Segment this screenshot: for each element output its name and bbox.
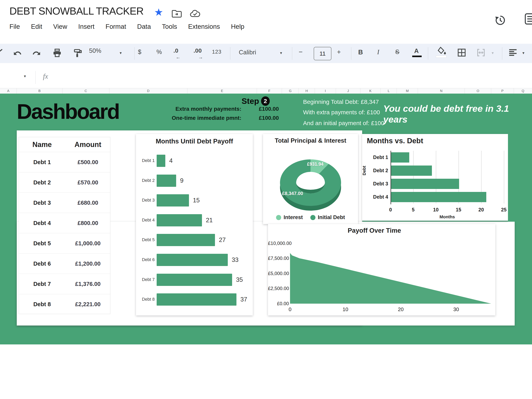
col-header-n[interactable]: N — [418, 88, 465, 94]
col-header-l[interactable]: L — [381, 88, 397, 94]
x-tick: 25 — [500, 207, 508, 213]
col-header-c[interactable]: C — [63, 88, 109, 94]
col-header-b[interactable]: B — [17, 88, 63, 94]
one-time-payment-value[interactable]: £100.00 — [247, 115, 279, 121]
table-row[interactable]: Debt 1 £500.00 — [19, 152, 111, 172]
col-header-i[interactable]: I — [315, 88, 336, 94]
col-header-k[interactable]: K — [360, 88, 381, 94]
menu-insert[interactable]: Insert — [78, 23, 95, 30]
text-color-button[interactable]: A — [414, 47, 419, 55]
col-header-m[interactable]: M — [397, 88, 418, 94]
menu-data[interactable]: Data — [137, 23, 151, 30]
step-label: Step — [241, 96, 259, 106]
y-tick: £7,500.00 — [268, 256, 289, 261]
bar — [157, 254, 228, 266]
align-caret-icon[interactable]: ▼ — [522, 51, 525, 55]
formula-input[interactable] — [53, 70, 526, 85]
zoom-value: 50% — [89, 47, 101, 54]
chart-months-vs-debt[interactable]: Months vs. Debt Debt 1 Debt 2 Debt 3 Deb… — [362, 134, 508, 221]
bar-value: 15 — [193, 197, 200, 204]
menu-format[interactable]: Format — [106, 23, 126, 30]
bar — [157, 234, 215, 246]
zoom-caret-icon[interactable]: ▼ — [119, 51, 122, 55]
x-tick: 10 — [432, 207, 440, 213]
col-header-o[interactable]: O — [465, 88, 491, 94]
italic-button[interactable]: I — [377, 49, 379, 56]
print-icon[interactable] — [52, 48, 62, 58]
extra-monthly-payments-value[interactable]: £100.00 — [247, 106, 279, 112]
menu-view[interactable]: View — [53, 23, 67, 30]
toolbar-overflow-icon[interactable] — [0, 49, 3, 53]
col-header-j[interactable]: J — [336, 88, 360, 94]
chart-months-until-payoff[interactable]: Months Until Debt Payoff Debt 1 4 Debt 2… — [136, 134, 253, 316]
reading-list-icon[interactable] — [525, 13, 532, 25]
x-tick: 20 — [397, 306, 405, 312]
step-number-badge: 2 — [261, 96, 270, 106]
font-size-input[interactable]: 11 — [314, 47, 331, 60]
col-header-f[interactable]: F — [257, 88, 282, 94]
bar-value: 27 — [219, 236, 226, 244]
col-header-a[interactable]: A — [0, 88, 17, 94]
more-formats-button[interactable]: 123 — [212, 49, 222, 55]
increase-decimals-arrow-icon: → — [198, 54, 203, 60]
x-axis-title: Months — [391, 214, 504, 220]
zoom-control[interactable]: 50% — [89, 47, 101, 54]
redo-icon[interactable] — [31, 48, 41, 58]
merge-cells-icon[interactable] — [476, 48, 486, 57]
undo-icon[interactable] — [13, 48, 23, 58]
move-folder-icon[interactable] — [172, 9, 182, 18]
col-header-p[interactable]: P — [491, 88, 514, 94]
menu-file[interactable]: File — [9, 23, 20, 30]
decrease-decimals-button[interactable]: .0 — [173, 47, 178, 54]
cloud-saved-icon[interactable] — [190, 9, 201, 18]
table-row[interactable]: Debt 7 £1,376.00 — [19, 274, 111, 294]
bar — [391, 152, 409, 163]
bar — [157, 274, 232, 286]
font-family-select[interactable]: Calibri — [239, 49, 256, 56]
y-axis-title: Debt — [362, 166, 367, 175]
col-header-e[interactable]: E — [187, 88, 257, 94]
debt-table-header-amount[interactable]: Amount — [65, 137, 111, 152]
increase-font-size-button[interactable]: + — [337, 48, 341, 56]
step-indicator: Step 2 — [241, 96, 270, 106]
menu-help[interactable]: Help — [231, 23, 244, 30]
bar-label: Debt 1 — [136, 158, 155, 163]
bar-label: Debt 4 — [362, 194, 388, 200]
debt-table: Name Amount Debt 1 £500.00 Debt 2 £570.0… — [19, 137, 110, 314]
table-row[interactable]: Debt 5 £1,000.00 — [19, 233, 111, 253]
paint-format-icon[interactable] — [72, 48, 83, 58]
fill-color-icon[interactable] — [437, 46, 447, 55]
bold-button[interactable]: B — [358, 49, 363, 56]
bar-value: 9 — [180, 177, 184, 184]
decrease-font-size-button[interactable]: − — [299, 48, 303, 56]
debt-table-header-name[interactable]: Name — [19, 137, 65, 152]
increase-decimals-button[interactable]: .00 — [194, 47, 202, 54]
strikethrough-button[interactable]: S — [395, 49, 399, 56]
col-header-g[interactable]: G — [282, 88, 299, 94]
name-box-caret-icon[interactable]: ▼ — [23, 75, 27, 78]
chart-principal-interest[interactable]: Total Principal & Interest £931.94 £8,34… — [263, 134, 358, 224]
version-history-icon[interactable] — [494, 15, 506, 26]
format-percent-button[interactable]: % — [156, 49, 162, 56]
chart-payoff-over-time[interactable]: Payoff Over Time £10,000.00 £7,500.00 £5… — [268, 224, 495, 316]
menu-tools[interactable]: Tools — [162, 23, 177, 30]
menu-edit[interactable]: Edit — [31, 23, 42, 30]
font-family-caret-icon[interactable]: ▼ — [279, 51, 283, 55]
borders-icon[interactable] — [457, 48, 467, 57]
document-title[interactable]: DEBT SNOWBALL TRACKER — [9, 5, 143, 17]
col-header-d[interactable]: D — [109, 88, 187, 94]
col-header-h[interactable]: H — [299, 88, 315, 94]
table-row[interactable]: Debt 4 £800.00 — [19, 213, 111, 233]
col-header-q[interactable]: Q — [514, 88, 532, 94]
initial-payment-text: And an initial payment of: £100 — [303, 120, 384, 127]
table-row[interactable]: Debt 3 £680.00 — [19, 192, 111, 213]
table-row[interactable]: Debt 6 £1,200.00 — [19, 253, 111, 274]
star-icon[interactable]: ★ — [154, 7, 163, 17]
toolbar: 50% ▼ $ % .0 ← .00 → 123 Calibri ▼ − 11 … — [0, 44, 532, 63]
menu-extensions[interactable]: Extensions — [188, 23, 220, 30]
table-row[interactable]: Debt 8 £2,221.00 — [19, 294, 111, 314]
table-row[interactable]: Debt 2 £570.00 — [19, 172, 111, 193]
horizontal-align-icon[interactable] — [508, 48, 518, 57]
format-currency-button[interactable]: $ — [138, 49, 141, 56]
y-tick: £10,000.00 — [268, 241, 289, 246]
